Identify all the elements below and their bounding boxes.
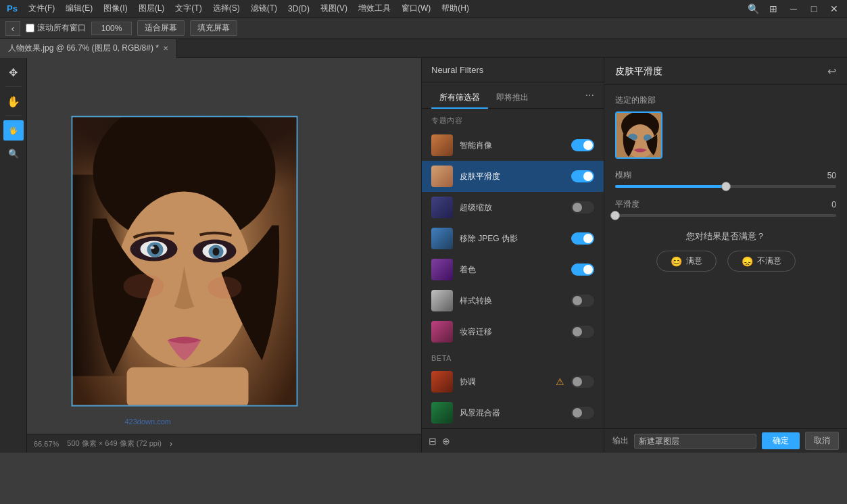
smooth-slider-track[interactable] xyxy=(615,214,836,217)
toggle-portrait[interactable] xyxy=(571,139,594,151)
filter-item-style[interactable]: 样式转换 xyxy=(422,285,604,316)
blur-slider-thumb[interactable] xyxy=(721,182,731,191)
menu-window[interactable]: 窗口(W) xyxy=(396,1,436,16)
filter-thumb-img-landscape xyxy=(431,402,453,424)
filter-name-zoom: 超级缩放 xyxy=(460,202,564,213)
document-tab[interactable]: 人物效果.jpg @ 66.7% (图层 0, RGB/8#) * ✕ xyxy=(0,39,177,58)
filter-thumb-makeup xyxy=(431,321,453,343)
back-arrow[interactable]: ‹ xyxy=(5,21,20,36)
filter-thumb-style xyxy=(431,290,453,311)
menu-edit[interactable]: 编辑(E) xyxy=(60,1,98,16)
filter-thumb-img-skin xyxy=(431,166,453,187)
filter-thumb-skin xyxy=(431,166,453,187)
output-select[interactable]: 新遮罩图层 xyxy=(634,434,756,449)
filter-thumb-img-color xyxy=(431,259,453,280)
filter-item-color[interactable]: 着色 xyxy=(422,254,604,285)
filter-thumb-harmony xyxy=(431,371,453,393)
tabbar: 人物效果.jpg @ 66.7% (图层 0, RGB/8#) * ✕ xyxy=(0,39,847,58)
menu-layer[interactable]: 图层(L) xyxy=(133,1,170,16)
filter-item-skin[interactable]: 皮肤平滑度 xyxy=(422,161,604,192)
tab-all-filters[interactable]: 所有筛选器 xyxy=(431,88,488,109)
panel-layout-icon[interactable]: ⊟ xyxy=(429,436,437,447)
menu-plugins[interactable]: 增效工具 xyxy=(353,1,396,16)
satisfaction-buttons: 😊 满意 😞 不满意 xyxy=(615,251,836,272)
tab-coming-soon[interactable]: 即将推出 xyxy=(488,88,537,109)
zoom-input[interactable]: 100% xyxy=(91,22,132,35)
blur-slider-section: 模糊 50 xyxy=(615,170,836,188)
cancel-button[interactable]: 取消 xyxy=(805,432,839,450)
toggle-color[interactable] xyxy=(571,263,594,276)
face-thumb-image xyxy=(616,113,661,157)
hand-tool[interactable]: ✋ xyxy=(3,91,24,111)
neural-filters-title: Neural Filters xyxy=(422,58,604,82)
menubar: Ps 文件(F) 编辑(E) 图像(I) 图层(L) 文字(T) 选择(S) 滤… xyxy=(0,0,847,18)
toggle-skin[interactable] xyxy=(571,170,594,182)
toggle-landscape[interactable] xyxy=(571,407,594,419)
menu-type[interactable]: 文字(T) xyxy=(170,1,207,16)
toggle-harmony[interactable] xyxy=(571,376,594,388)
blur-slider-track[interactable] xyxy=(615,185,836,188)
tab-close-button[interactable]: ✕ xyxy=(163,45,168,52)
filter-thumb-img-harmony xyxy=(431,371,453,393)
maximize-icon[interactable]: □ xyxy=(806,1,821,16)
search-icon[interactable]: 🔍 xyxy=(746,1,760,16)
toggle-makeup[interactable] xyxy=(571,326,594,338)
beta-section-label: BETA xyxy=(422,347,604,366)
scroll-all-checkbox[interactable] xyxy=(26,24,34,32)
smooth-label: 平滑度 xyxy=(615,199,639,210)
menu-image[interactable]: 图像(I) xyxy=(98,1,132,16)
minimize-icon[interactable]: ─ xyxy=(786,1,801,16)
menu-filter[interactable]: 滤镜(T) xyxy=(245,1,283,16)
search-tool[interactable]: 🔍 xyxy=(3,143,24,163)
smooth-slider-thumb[interactable] xyxy=(610,211,620,220)
unsatisfied-button[interactable]: 😞 不满意 xyxy=(727,251,796,272)
toolbar-separator-1 xyxy=(5,86,22,87)
menu-select[interactable]: 选择(S) xyxy=(208,1,245,16)
filter-item-landscape[interactable]: 风景混合器 xyxy=(422,397,604,428)
satisfied-label: 满意 xyxy=(686,255,702,267)
unsatisfied-icon: 😞 xyxy=(742,256,753,267)
optionsbar: ‹ 滚动所有窗口 100% 适合屏幕 填充屏幕 xyxy=(0,18,847,39)
menu-view[interactable]: 视图(V) xyxy=(315,1,353,16)
face-thumbnail[interactable] xyxy=(615,111,662,159)
right-panel-content: 选定的脸部 模糊 xyxy=(604,85,847,428)
filter-item-portrait[interactable]: 智能肖像 xyxy=(422,130,604,161)
toggle-zoom[interactable] xyxy=(571,201,594,213)
panel-stack-icon[interactable]: ⊕ xyxy=(442,436,450,447)
fit-screen-button[interactable]: 适合屏幕 xyxy=(137,20,185,36)
move-tool[interactable]: ✥ xyxy=(3,62,24,82)
right-panel: 皮肤平滑度 ↩ 选定的脸部 xyxy=(604,58,847,453)
scroll-all-checkbox-wrap: 滚动所有窗口 xyxy=(26,22,86,34)
more-options-icon[interactable]: ··· xyxy=(585,89,594,107)
fill-screen-button[interactable]: 填充屏幕 xyxy=(190,20,237,36)
svg-point-12 xyxy=(124,274,164,299)
filter-item-jpeg[interactable]: 移除 JPEG 伪影 xyxy=(422,223,604,254)
left-toolbar: ✥ ✋ 🖐 🔍 xyxy=(0,58,27,453)
right-panel-title: 皮肤平滑度 xyxy=(615,66,662,78)
filter-name-style: 样式转换 xyxy=(460,295,564,307)
reset-icon[interactable]: ↩ xyxy=(827,65,836,78)
featured-section-label: 专题内容 xyxy=(422,109,604,130)
blur-slider-fill xyxy=(615,185,726,188)
ok-button[interactable]: 确定 xyxy=(762,432,800,449)
menu-3d[interactable]: 3D(D) xyxy=(283,3,315,15)
filter-item-zoom[interactable]: 超级缩放 xyxy=(422,192,604,223)
tab-filename: 人物效果.jpg @ 66.7% (图层 0, RGB/8#) * xyxy=(8,43,159,54)
filter-name-portrait: 智能肖像 xyxy=(460,140,564,151)
toggle-jpeg[interactable] xyxy=(571,232,594,245)
blur-slider-header: 模糊 50 xyxy=(615,170,836,181)
filter-item-makeup[interactable]: 妆容迁移 xyxy=(422,316,604,347)
svg-rect-11 xyxy=(127,368,249,407)
satisfied-button[interactable]: 😊 满意 xyxy=(656,251,717,272)
toggle-style[interactable] xyxy=(571,295,594,307)
filter-item-harmony[interactable]: 协调 ⚠ xyxy=(422,366,604,397)
status-bar: 66.67% 500 像素 × 649 像素 (72 ppi) › xyxy=(27,434,421,453)
workspace-icon[interactable]: ⊞ xyxy=(766,1,781,16)
blur-value: 50 xyxy=(827,171,836,180)
menu-help[interactable]: 帮助(H) xyxy=(436,1,475,16)
close-icon[interactable]: ✕ xyxy=(827,1,842,16)
expand-arrow[interactable]: › xyxy=(170,439,172,449)
zoom-tool[interactable]: 🖐 xyxy=(3,120,24,141)
menu-file[interactable]: 文件(F) xyxy=(23,1,60,16)
canvas-image xyxy=(72,116,298,407)
